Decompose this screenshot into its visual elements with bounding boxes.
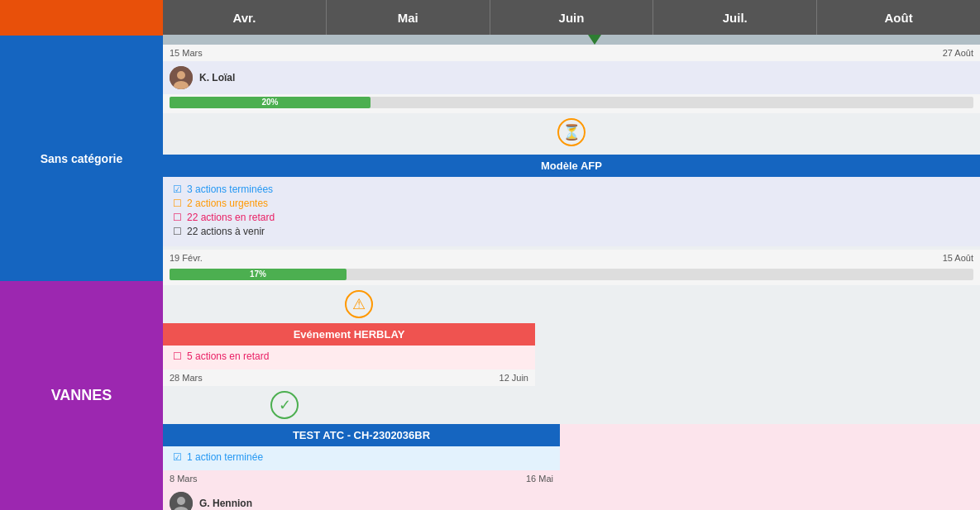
timeline-indicator <box>163 35 980 45</box>
vannes-label: VANNES <box>51 387 112 404</box>
hourglass-circle: ⏳ <box>557 118 586 146</box>
svg-point-4 <box>177 497 185 505</box>
check-icon: ✓ <box>279 396 291 414</box>
action-venir-label: 22 actions à venir <box>187 226 265 237</box>
modele-date-start: 19 Févr. <box>170 253 203 263</box>
test-atc-block[interactable]: TEST ATC - CH-2302036BR ☑ 1 action termi… <box>163 424 560 470</box>
hourglass-icon: ⏳ <box>562 123 581 141</box>
herblay-checkbox-icon: ☐ <box>173 350 182 362</box>
action-item-retard: ☐ 22 actions en retard <box>173 212 970 223</box>
checkbox-venir-icon: ☐ <box>173 226 182 237</box>
sans-categorie-section: 15 Mars 27 Août K. Loïal <box>163 45 980 386</box>
herblay-date-start: 28 Mars <box>170 373 203 383</box>
sidebar-top <box>0 0 163 36</box>
modele-afp-header[interactable]: Modèle AFP <box>163 155 980 177</box>
test-atc-content: ☑ 1 action terminée <box>163 446 560 470</box>
test-atc-checkbox-icon: ☑ <box>173 451 182 463</box>
herblay-date-end: 12 Juin <box>500 373 528 383</box>
progress-bar-bg-1: 20% <box>170 97 973 108</box>
progress-bar-fill-1: 20% <box>170 97 370 108</box>
user-row-1: K. Loïal <box>163 61 980 94</box>
user-row-hennion: G. Hennion <box>163 487 980 510</box>
months-header: Avr. Mai Juin Juil. Août <box>163 0 980 35</box>
checkbox-retard-icon: ☐ <box>173 212 182 223</box>
herblay-action-retard: ☐ 5 actions en retard <box>173 350 525 362</box>
herblay-actions: ☐ 5 actions en retard <box>163 346 535 369</box>
herblay-header[interactable]: Evénement HERBLAY <box>163 323 535 346</box>
modele-date-end: 15 Août <box>943 253 973 263</box>
test-atc-action-label: 1 action terminée <box>187 451 263 463</box>
checkbox-done-icon: ☑ <box>173 184 182 195</box>
date-start-1: 15 Mars <box>170 48 203 58</box>
vannes-section: ✓ TEST ATC - CH-2302036BR ☑ 1 action ter… <box>163 386 980 510</box>
warning-circle: ⚠ <box>345 290 373 318</box>
action-item-urgent: ☐ 2 actions urgentes <box>173 198 970 209</box>
user-name-hennion: G. Hennion <box>199 498 252 509</box>
modele-afp-actions: ☑ 3 actions terminées ☐ 2 actions urgent… <box>163 177 980 246</box>
month-juin[interactable]: Juin <box>490 0 654 35</box>
action-retard-label: 22 actions en retard <box>187 212 275 223</box>
modele-date-range: 19 Févr. 15 Août <box>163 250 980 266</box>
action-item-venir: ☐ 22 actions à venir <box>173 226 970 237</box>
modele-progress-container: 17% <box>163 266 980 285</box>
modele-afp-block[interactable]: Modèle AFP ☑ 3 actions terminées ☐ 2 act… <box>163 155 980 246</box>
action-item-done: ☑ 3 actions terminées <box>173 184 970 195</box>
sidebar-sans-categorie: Sans catégorie <box>0 36 163 281</box>
hourglass-icon-row: ⏳ <box>163 113 980 151</box>
herblay-block[interactable]: Evénement HERBLAY ☐ 5 actions en retard <box>163 323 535 369</box>
month-avr[interactable]: Avr. <box>163 0 327 35</box>
test-atc-header[interactable]: TEST ATC - CH-2302036BR <box>163 424 560 446</box>
content-scroll[interactable]: 15 Mars 27 Août K. Loïal <box>163 45 980 510</box>
test-atc-action-done: ☑ 1 action terminée <box>173 451 550 463</box>
warning-icon: ⚠ <box>352 295 366 313</box>
test-atc-date-end: 16 Mai <box>526 474 553 484</box>
modele-progress-fill: 17% <box>170 269 347 280</box>
svg-point-1 <box>177 71 185 79</box>
action-done-label: 3 actions terminées <box>187 184 273 195</box>
herblay-action-label: 5 actions en retard <box>187 350 269 362</box>
check-icon-row: ✓ <box>163 386 980 424</box>
avatar-hennion <box>170 492 193 510</box>
date-range-1: 15 Mars 27 Août <box>163 45 980 61</box>
avatar-loial <box>170 66 193 89</box>
test-atc-date-range: 8 Mars 16 Mai <box>163 470 560 487</box>
check-circle: ✓ <box>270 391 299 419</box>
progress-container-1: 20% <box>163 94 980 113</box>
test-atc-date-start: 8 Mars <box>170 474 198 484</box>
sidebar-vannes: VANNES <box>0 281 163 510</box>
user-name-loial: K. Loïal <box>199 72 235 83</box>
timeline-arrow <box>588 35 601 45</box>
checkbox-urgent-icon: ☐ <box>173 198 182 209</box>
sans-categorie-label: Sans catégorie <box>41 152 123 165</box>
date-end-1: 27 Août <box>943 48 973 58</box>
month-juil[interactable]: Juil. <box>653 0 817 35</box>
herblay-date-range: 28 Mars 12 Juin <box>163 369 535 386</box>
warning-icon-row: ⚠ <box>163 285 980 323</box>
modele-progress-bg: 17% <box>170 269 973 280</box>
month-aout[interactable]: Août <box>817 0 980 35</box>
month-mai[interactable]: Mai <box>327 0 490 35</box>
action-urgent-label: 2 actions urgentes <box>187 198 268 209</box>
